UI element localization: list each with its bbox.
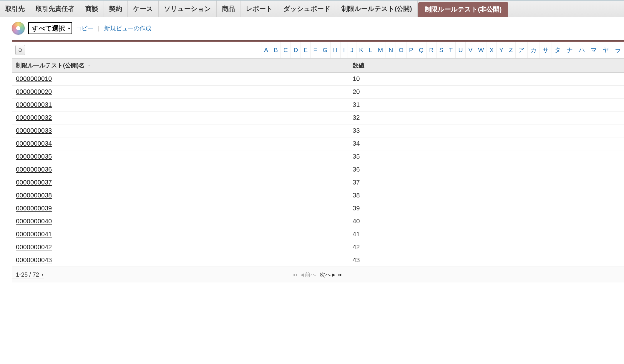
column-header-value[interactable]: 数値	[348, 59, 624, 73]
table-row: 000000004242	[12, 241, 624, 254]
column-header-name-label: 制限ルールテスト(公開)名	[16, 62, 84, 69]
table-row: 000000004040	[12, 215, 624, 228]
filter-bar: ABCDEFGHIJKLMNOPQRSTUVWXYZアカサタナハマヤラ	[12, 42, 624, 58]
record-link[interactable]: 0000000032	[16, 114, 52, 121]
alpha-filter-letter[interactable]: H	[330, 42, 340, 58]
record-link[interactable]: 0000000033	[16, 127, 52, 134]
alpha-filter-letter[interactable]: T	[446, 42, 455, 58]
alpha-filter-letter[interactable]: K	[356, 42, 366, 58]
alpha-filter-letter[interactable]: I	[340, 42, 348, 58]
table-row: 000000003131	[12, 99, 624, 112]
alpha-filter-letter[interactable]: G	[320, 42, 330, 58]
cell-name: 0000000039	[12, 202, 348, 215]
cell-value: 37	[348, 176, 624, 189]
new-view-link[interactable]: 新規ビューの作成	[104, 24, 151, 32]
cell-name: 0000000033	[12, 124, 348, 137]
record-link[interactable]: 0000000043	[16, 256, 52, 264]
tab[interactable]: 制限ルールテスト(公開)	[336, 1, 418, 17]
alpha-filter-letter[interactable]: A	[261, 42, 271, 58]
cell-value: 41	[348, 228, 624, 241]
list-view-toolbar: すべて選択 コピー | 新規ビューの作成	[12, 22, 624, 40]
tab[interactable]: 取引先	[0, 1, 30, 17]
next-page-button[interactable]: 次へ▶	[319, 271, 335, 279]
tab[interactable]: 取引先責任者	[30, 1, 80, 17]
cell-name: 0000000037	[12, 176, 348, 189]
alpha-filter-letter[interactable]: U	[455, 42, 465, 58]
tab[interactable]: ケース	[128, 1, 159, 17]
tab-overflow-button[interactable]	[509, 1, 513, 17]
alpha-filter-letter[interactable]: P	[406, 42, 416, 58]
alpha-filter-letter[interactable]: J	[348, 42, 356, 58]
record-link[interactable]: 0000000037	[16, 179, 52, 186]
alpha-filter-letter[interactable]: ハ	[576, 42, 588, 58]
record-link[interactable]: 0000000042	[16, 243, 52, 251]
object-icon	[12, 22, 25, 35]
alpha-filter-letter[interactable]: W	[475, 42, 487, 58]
cell-name: 0000000041	[12, 228, 348, 241]
alpha-filter-letter[interactable]: ナ	[564, 42, 576, 58]
copy-link[interactable]: コピー	[76, 24, 93, 32]
alpha-filter-letter[interactable]: タ	[552, 42, 564, 58]
alpha-filter-letter[interactable]: X	[487, 42, 496, 58]
alpha-filter-letter[interactable]: O	[396, 42, 406, 58]
separator: |	[97, 25, 101, 32]
alpha-filter-letter[interactable]: ヤ	[600, 42, 612, 58]
tab[interactable]: レポート	[240, 1, 278, 17]
record-table: 制限ルールテスト(公開)名 ↑ 数値 000000001010000000002…	[12, 58, 624, 267]
record-link[interactable]: 0000000035	[16, 153, 52, 160]
alpha-filter-letter[interactable]: B	[271, 42, 281, 58]
record-link[interactable]: 0000000038	[16, 192, 52, 199]
record-link[interactable]: 0000000034	[16, 140, 52, 147]
tab[interactable]: 制限ルールテスト(非公開)	[418, 2, 508, 17]
alpha-filter-letter[interactable]: Q	[416, 42, 426, 58]
row-range-label: 1-25 / 72	[16, 271, 39, 278]
next-label: 次へ	[319, 271, 331, 279]
alpha-filter-letter[interactable]: マ	[588, 42, 600, 58]
record-link[interactable]: 0000000010	[16, 75, 52, 82]
alpha-filter-letter[interactable]: C	[281, 42, 291, 58]
cell-value: 42	[348, 241, 624, 254]
refresh-icon	[18, 47, 23, 53]
alpha-filter-letter[interactable]: サ	[540, 42, 552, 58]
record-link[interactable]: 0000000039	[16, 205, 52, 212]
alpha-filter-letter[interactable]: M	[375, 42, 386, 58]
alpha-filter-letter[interactable]: カ	[527, 42, 540, 58]
cell-value: 35	[348, 150, 624, 163]
tab[interactable]: 契約	[104, 1, 128, 17]
record-link[interactable]: 0000000031	[16, 101, 52, 108]
view-select[interactable]: すべて選択	[28, 22, 72, 34]
cell-value: 36	[348, 163, 624, 176]
tab[interactable]: 商品	[217, 1, 240, 17]
last-page-button[interactable]: ⏭	[338, 272, 343, 277]
tab[interactable]: ソリューション	[159, 1, 217, 17]
tab-bar: 取引先取引先責任者商談契約ケースソリューション商品レポートダッシュボード制限ルー…	[0, 0, 624, 17]
alpha-filter-letter[interactable]: S	[436, 42, 446, 58]
alpha-filter-letter[interactable]: D	[291, 42, 301, 58]
alpha-filter-letter[interactable]: Y	[496, 42, 506, 58]
tab[interactable]: ダッシュボード	[278, 1, 336, 17]
alpha-filter-letter[interactable]: ア	[515, 42, 527, 58]
column-header-value-label: 数値	[353, 62, 364, 69]
refresh-button[interactable]	[15, 45, 25, 55]
row-range-picker[interactable]: 1-25 / 72 ▼	[12, 271, 44, 278]
record-link[interactable]: 0000000040	[16, 217, 52, 225]
alpha-filter-letter[interactable]: V	[465, 42, 475, 58]
cell-name: 0000000031	[12, 99, 348, 112]
cell-name: 0000000020	[12, 86, 348, 99]
alpha-filter-letter[interactable]: F	[310, 42, 320, 58]
column-header-name[interactable]: 制限ルールテスト(公開)名 ↑	[12, 59, 348, 73]
alpha-filter-letter[interactable]: E	[301, 42, 310, 58]
record-link[interactable]: 0000000036	[16, 166, 52, 173]
record-link[interactable]: 0000000041	[16, 230, 52, 238]
cell-name: 0000000043	[12, 254, 348, 267]
alpha-filter-letter[interactable]: ラ	[612, 42, 624, 58]
alpha-filter-letter[interactable]: Z	[506, 42, 515, 58]
tab[interactable]: 商談	[80, 1, 104, 17]
prev-page-button: ◀前へ	[301, 271, 316, 279]
alpha-filter-letter[interactable]: N	[386, 42, 396, 58]
record-link[interactable]: 0000000020	[16, 88, 52, 95]
table-row: 000000003838	[12, 189, 624, 202]
alpha-filter-letter[interactable]: L	[366, 42, 375, 58]
alpha-filter-letter[interactable]: R	[426, 42, 436, 58]
table-row: 000000003434	[12, 137, 624, 150]
